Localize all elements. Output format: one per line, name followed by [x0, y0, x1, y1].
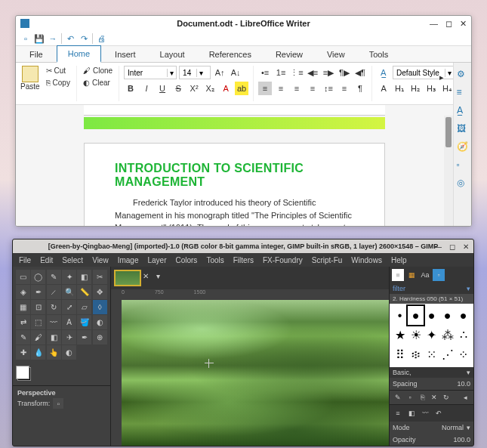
clone-button[interactable]: 🖌Clone — [82, 66, 114, 76]
styles-icon[interactable]: A̲ — [377, 66, 390, 79]
writer-titlebar[interactable]: Document.odt - LibreOffice Writer — ◻ ✕ — [16, 16, 471, 31]
patterns-tab-icon[interactable]: ▦ — [405, 269, 418, 281]
tab-home[interactable]: Home — [57, 45, 101, 63]
pilcrow-icon[interactable]: ¶ — [353, 82, 367, 95]
strike-button[interactable]: S — [171, 82, 185, 95]
mode-select[interactable]: Mode Normal ▾ — [390, 422, 473, 434]
horizontal-ruler[interactable] — [84, 105, 385, 116]
measure-tool[interactable]: 📏 — [77, 285, 91, 299]
brushes-tab-icon[interactable]: ■ — [392, 269, 404, 281]
paths-tab-icon[interactable]: 〰 — [419, 407, 431, 419]
rtl-icon[interactable]: ◀¶ — [353, 66, 367, 79]
minimize-button[interactable]: — — [434, 243, 442, 251]
vertical-scrollbar[interactable] — [444, 116, 453, 226]
brush-filter[interactable]: filter ▾ — [390, 283, 473, 294]
color-select-tool[interactable]: ◧ — [77, 270, 91, 284]
close-button[interactable]: ✕ — [463, 243, 469, 251]
foreground-tool[interactable]: ◈ — [16, 285, 30, 299]
style-a-icon[interactable]: A — [377, 82, 390, 95]
shrink-font-icon[interactable]: A↓ — [229, 66, 242, 79]
copy-button[interactable]: ⎘Copy — [45, 78, 72, 88]
brush-item[interactable]: ● — [424, 306, 439, 325]
bucket-tool[interactable]: 🪣 — [77, 315, 91, 329]
smudge-tool[interactable]: 👆 — [47, 345, 61, 360]
refresh-brush-icon[interactable]: ↻ — [441, 392, 452, 403]
bullet-list-icon[interactable]: •≡ — [258, 66, 272, 79]
bold-button[interactable]: B — [124, 82, 137, 95]
outline-icon[interactable]: ⋮≡ — [290, 66, 304, 79]
tab-menu-icon[interactable]: ▾ — [156, 272, 168, 284]
brush-item[interactable]: ፨ — [408, 345, 424, 365]
highlight-button[interactable]: ab — [235, 82, 248, 95]
dodge-tool[interactable]: ◐ — [62, 345, 76, 360]
dup-brush-icon[interactable]: ⎘ — [417, 392, 427, 403]
fuzzy-select-tool[interactable]: ✦ — [62, 270, 76, 284]
align-right-icon[interactable]: ≡ — [290, 82, 304, 95]
warp-tool[interactable]: 〰 — [47, 315, 61, 329]
chevron-down-icon[interactable]: ▾ — [467, 369, 470, 376]
flip-tool[interactable]: ⇄ — [16, 315, 30, 329]
rotate-tool[interactable]: ↻ — [47, 300, 61, 314]
ellipse-select-tool[interactable]: ◯ — [31, 270, 45, 284]
layers-tab-icon[interactable]: ≡ — [392, 407, 404, 419]
tab-close-icon[interactable]: ✕ — [143, 272, 155, 284]
blur-tool[interactable]: 💧 — [31, 345, 45, 360]
crop-tool[interactable]: ⊡ — [31, 300, 45, 314]
decrease-indent-icon[interactable]: ◀≡ — [306, 66, 319, 79]
horizontal-ruler[interactable]: 0 750 1500 — [111, 289, 389, 300]
undo-icon[interactable]: ↶ — [65, 33, 76, 44]
color-picker-tool[interactable]: ⟋ — [47, 285, 61, 299]
navigator-icon[interactable]: 🧭 — [457, 141, 469, 153]
menu-tools[interactable]: Tools — [206, 256, 223, 264]
grow-font-icon[interactable]: A↑ — [213, 66, 227, 79]
ltr-icon[interactable]: ¶▶ — [338, 66, 351, 79]
text-tool[interactable]: A — [62, 315, 76, 329]
brush-menu-icon[interactable]: ◂ — [460, 392, 470, 403]
maximize-button[interactable]: ◻ — [449, 243, 455, 251]
page-icon[interactable]: ▫ — [457, 159, 469, 171]
chevron-down-icon[interactable]: ▾ — [196, 69, 205, 77]
clear-button[interactable]: ◐Clear — [82, 78, 114, 88]
rect-select-tool[interactable]: ▭ — [16, 270, 30, 284]
font-name-input[interactable] — [125, 69, 167, 77]
menu-fxfoundry[interactable]: FX-Foundry — [263, 256, 303, 264]
align-left-icon[interactable]: ≡ — [258, 82, 272, 95]
redo-icon[interactable]: ↷ — [79, 33, 89, 44]
free-select-tool[interactable]: ✎ — [47, 270, 61, 284]
menu-edit[interactable]: Edit — [40, 256, 53, 264]
del-brush-icon[interactable]: ✕ — [429, 392, 439, 403]
paste-button[interactable]: Paste — [20, 66, 40, 101]
vertical-ruler[interactable] — [111, 300, 122, 446]
inspector-icon[interactable]: ◎ — [457, 178, 469, 190]
brush-item[interactable]: ● — [439, 306, 455, 325]
ink-tool[interactable]: ✒ — [77, 330, 91, 344]
doc-paragraph[interactable]: Frederick Taylor introduced his theory o… — [115, 196, 354, 226]
image-tab-thumb[interactable] — [114, 270, 141, 286]
canvas[interactable] — [122, 300, 389, 446]
tab-layout[interactable]: Layout — [149, 47, 196, 62]
minimize-button[interactable]: — — [430, 19, 438, 29]
font-size-input[interactable] — [180, 69, 196, 77]
tab-insert[interactable]: Insert — [104, 47, 146, 62]
menu-select[interactable]: Select — [62, 256, 83, 264]
tab-tools[interactable]: Tools — [359, 47, 399, 62]
tab-view[interactable]: View — [316, 47, 356, 62]
increase-indent-icon[interactable]: ≡▶ — [322, 66, 335, 79]
italic-button[interactable]: I — [140, 82, 153, 95]
perspective-tool[interactable]: ◊ — [93, 300, 107, 314]
bg-color[interactable] — [16, 366, 29, 379]
scale-tool[interactable]: ⤢ — [62, 300, 76, 314]
opacity-slider[interactable]: Opacity 100.0 — [390, 434, 473, 446]
history-tab-icon[interactable]: ▫ — [433, 269, 445, 281]
cut-button[interactable]: ✂Cut — [45, 66, 72, 76]
channels-tab-icon[interactable]: ◧ — [405, 407, 418, 419]
menu-help[interactable]: Help — [391, 256, 407, 264]
gradient-tool[interactable]: ◐ — [93, 315, 107, 329]
brush-preset-select[interactable]: Basic,▾ — [390, 367, 473, 378]
brush-item[interactable]: ∴ — [455, 325, 471, 344]
h1-button[interactable]: H₁ — [393, 82, 406, 95]
line-spacing-icon[interactable]: ↕≡ — [322, 82, 335, 95]
number-list-icon[interactable]: 1≡ — [274, 66, 288, 79]
paths-tool[interactable]: ✒ — [31, 285, 45, 299]
arrow-icon[interactable]: → — [48, 33, 58, 44]
